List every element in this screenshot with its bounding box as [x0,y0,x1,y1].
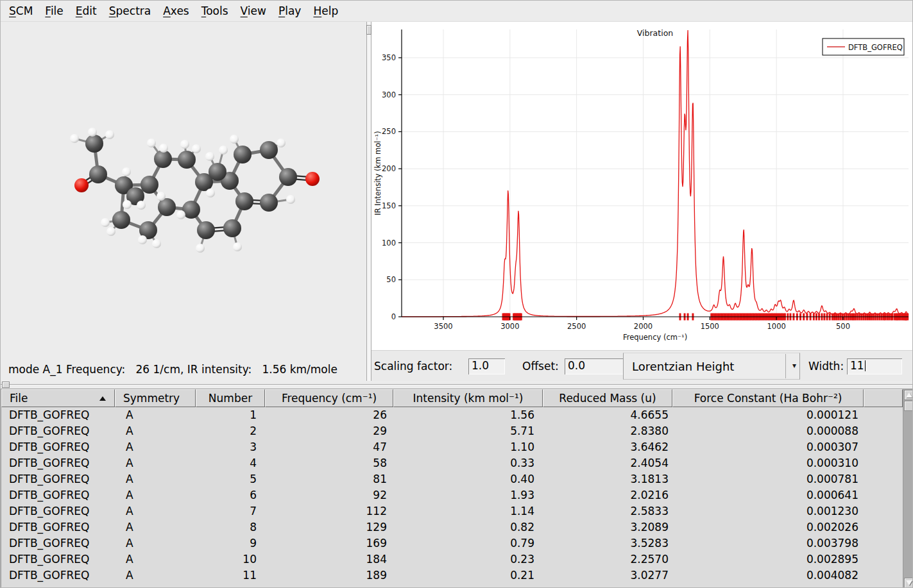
pane-divider-horizontal[interactable] [1,381,913,389]
scroll-up-icon[interactable] [904,390,913,400]
hydrogen-atom[interactable] [230,135,239,144]
table-scrollbar[interactable] [903,389,913,588]
hydrogen-atom[interactable] [233,242,242,251]
carbon-atom[interactable] [158,198,176,216]
pane-divider-vertical[interactable] [366,22,371,381]
hydrogen-atom[interactable] [196,244,205,253]
carbon-atom[interactable] [234,146,252,164]
table-row[interactable]: DFTB_GOFREQA2295.712.83800.000088 [1,423,913,439]
vibration-spectrum-plot[interactable]: Vibration0501001502002503003503500300025… [371,22,913,350]
table-row[interactable]: DFTB_GOFREQA111890.213.02770.004082 [1,567,913,584]
column-header-symmetry[interactable]: Symmetry [115,389,196,407]
column-header-number[interactable]: Number [196,389,265,407]
cell: 0.21 [393,567,543,584]
table-row[interactable]: DFTB_GOFREQA101840.232.25700.002895 [1,551,913,567]
hydrogen-atom[interactable] [138,235,147,244]
carbon-atom[interactable] [197,221,215,239]
hydrogen-atom[interactable] [152,239,161,248]
carbon-atom[interactable] [260,141,278,159]
cell: 129 [265,519,393,535]
column-header-intensity[interactable]: Intensity (km mol⁻¹) [393,389,543,407]
pane-divider-handle-icon[interactable] [2,382,10,388]
carbon-atom[interactable] [89,165,107,183]
menu-edit[interactable]: Edit [74,3,99,19]
chevron-down-icon: ▾ [792,361,796,370]
hydrogen-atom[interactable] [105,130,114,139]
hydrogen-atom[interactable] [123,200,132,209]
x-tick-label: 2000 [634,322,653,331]
oxygen-atom[interactable] [74,178,89,192]
carbon-atom[interactable] [235,192,253,210]
pane-divider-handle-icon[interactable] [366,25,371,35]
hydrogen-atom[interactable] [101,218,110,227]
menu-view[interactable]: View [239,3,268,19]
hydrogen-atom[interactable] [176,210,185,219]
table-row[interactable]: DFTB_GOFREQA5810.403.18130.000781 [1,471,913,487]
scrollbar-thumb[interactable] [904,401,913,411]
width-input[interactable]: 11 [847,358,902,374]
cell: 5 [196,471,265,487]
table-row[interactable]: DFTB_GOFREQA6921.932.02160.000641 [1,487,913,503]
table-row[interactable]: DFTB_GOFREQA3471.103.64620.000307 [1,439,913,455]
table-row[interactable]: DFTB_GOFREQA91690.793.52830.003798 [1,535,913,551]
hydrogen-atom[interactable] [157,192,166,201]
hydrogen-atom[interactable] [88,128,97,137]
scroll-down-icon[interactable] [904,578,913,588]
hydrogen-atom[interactable] [159,144,168,153]
table-row[interactable]: DFTB_GOFREQA4580.332.40540.000310 [1,455,913,471]
hydrogen-atom[interactable] [205,152,214,161]
cell: 1.93 [393,487,543,503]
menu-axes[interactable]: Axes [161,3,191,19]
cell: 0.000307 [672,439,864,455]
oxygen-atom[interactable] [305,172,320,186]
cell: A [115,407,196,423]
carbon-atom[interactable] [141,176,158,194]
carbon-atom[interactable] [223,219,241,237]
width-label: Width: [808,358,844,374]
hydrogen-atom[interactable] [206,189,215,197]
table-row[interactable]: DFTB_GOFREQA71121.142.58330.001230 [1,503,913,519]
hydrogen-atom[interactable] [137,201,146,210]
cell: 0.33 [393,455,543,471]
column-header-reduced[interactable]: Reduced Mass (u) [543,389,672,407]
menu-scm[interactable]: SCM [7,3,35,19]
y-tick-label: 300 [382,90,396,99]
cell: DFTB_GOFREQ [1,567,115,584]
menu-tools[interactable]: Tools [200,3,230,19]
hydrogen-atom[interactable] [286,195,295,204]
hydrogen-atom[interactable] [147,139,156,147]
column-header-force[interactable]: Force Constant (Ha Bohr⁻²) [672,389,864,407]
hydrogen-atom[interactable] [70,134,79,143]
cell: 4.6655 [543,407,672,423]
x-axis-label: Frequency (cm⁻¹) [623,333,687,342]
column-header-frequency[interactable]: Frequency (cm⁻¹) [265,389,393,407]
molecule-3d-view[interactable] [1,22,366,360]
column-header-file[interactable]: File [1,389,115,407]
hydrogen-atom[interactable] [107,227,115,236]
cell: 3 [196,439,265,455]
scaling-factor-input[interactable]: 1.0 [468,358,505,374]
carbon-atom[interactable] [279,168,297,186]
broadening-dropdown[interactable]: Lorentzian Height ▾ [623,353,800,380]
menu-spectra[interactable]: Spectra [107,3,153,19]
table-row[interactable]: DFTB_GOFREQA1261.564.66550.000121 [1,407,913,423]
cell: 1.14 [393,503,543,519]
carbon-atom[interactable] [209,163,226,181]
cell: 0.79 [393,535,543,551]
hydrogen-atom[interactable] [122,167,131,176]
menu-file[interactable]: File [43,3,65,19]
hydrogen-atom[interactable] [219,146,228,155]
hydrogen-atom[interactable] [192,144,201,153]
hydrogen-atom[interactable] [180,140,189,149]
carbon-atom[interactable] [85,135,103,153]
menu-help[interactable]: Help [311,3,340,19]
cell: 5.71 [393,423,543,439]
table-body: DFTB_GOFREQA1261.564.66550.000121DFTB_GO… [1,407,913,584]
hydrogen-atom[interactable] [277,139,286,147]
carbon-atom[interactable] [260,194,278,212]
carbon-atom[interactable] [154,150,172,168]
carbon-atom[interactable] [178,151,196,169]
menu-play[interactable]: Play [277,3,303,19]
table-row[interactable]: DFTB_GOFREQA81290.823.20890.002026 [1,519,913,535]
carbon-atom[interactable] [112,211,130,229]
